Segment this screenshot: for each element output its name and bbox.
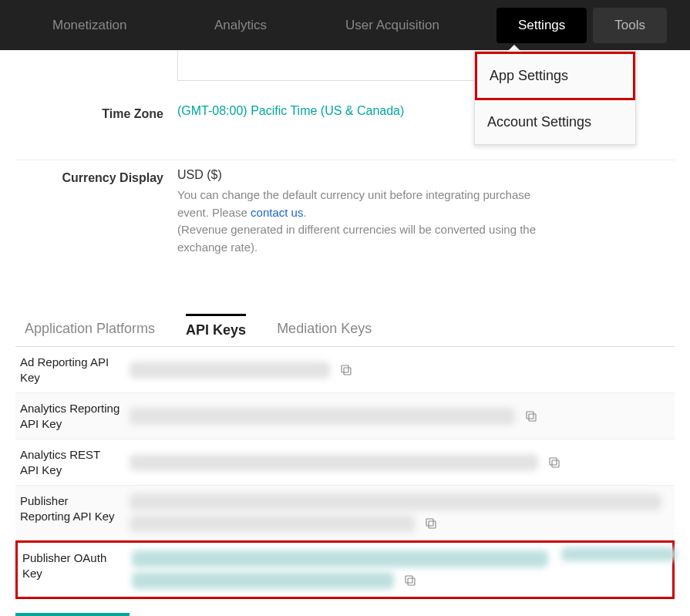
timezone-label: Time Zone bbox=[15, 104, 177, 121]
dropdown-app-settings[interactable]: App Settings bbox=[475, 52, 635, 100]
key-label: Analytics REST API Key bbox=[20, 447, 120, 477]
svg-rect-1 bbox=[342, 365, 348, 372]
key-value-redacted bbox=[130, 493, 661, 510]
currency-desc-text-1: You can change the default currency unit… bbox=[177, 188, 530, 219]
dropdown-account-settings[interactable]: Account Settings bbox=[475, 100, 635, 144]
svg-rect-9 bbox=[406, 576, 412, 583]
svg-rect-8 bbox=[408, 578, 415, 585]
tab-application-platforms[interactable]: Application Platforms bbox=[25, 315, 155, 346]
nav-user-acquisition[interactable]: User Acquisition bbox=[324, 0, 461, 50]
nav-tools[interactable]: Tools bbox=[593, 8, 667, 43]
tab-mediation-keys[interactable]: Mediation Keys bbox=[277, 315, 372, 346]
key-row-analytics-rest: Analytics REST API Key bbox=[15, 439, 675, 486]
svg-rect-2 bbox=[529, 414, 536, 421]
copy-icon[interactable] bbox=[524, 409, 538, 423]
currency-description: You can change the default currency unit… bbox=[177, 187, 547, 256]
nav-settings[interactable]: Settings bbox=[496, 8, 587, 43]
tabs: Application Platforms API Keys Mediation… bbox=[15, 315, 675, 347]
copy-icon[interactable] bbox=[339, 363, 353, 377]
svg-rect-5 bbox=[550, 458, 557, 465]
key-value-redacted bbox=[132, 572, 394, 589]
key-value-redacted bbox=[130, 362, 330, 379]
key-label: Publisher OAuth Key bbox=[22, 550, 123, 581]
svg-rect-4 bbox=[552, 460, 559, 467]
key-label: Publisher Reporting API Key bbox=[20, 493, 120, 523]
key-row-publisher-reporting: Publisher Reporting API Key bbox=[15, 486, 675, 540]
key-value-redacted bbox=[130, 408, 515, 425]
key-value-redacted bbox=[130, 515, 415, 532]
key-value-redacted-overflow bbox=[561, 547, 677, 561]
currency-desc-text-2: (Revenue generated in different currenci… bbox=[177, 223, 536, 254]
blank-label bbox=[15, 50, 177, 53]
tab-api-keys[interactable]: API Keys bbox=[186, 314, 246, 346]
save-button[interactable]: Save bbox=[15, 613, 130, 616]
key-row-publisher-oauth: Publisher OAuth Key bbox=[15, 540, 675, 599]
nav-analytics[interactable]: Analytics bbox=[193, 0, 288, 50]
top-nav: Monetization Analytics User Acquisition … bbox=[0, 0, 690, 50]
nav-monetization[interactable]: Monetization bbox=[31, 0, 148, 50]
currency-block: USD ($) You can change the default curre… bbox=[177, 168, 675, 256]
copy-icon[interactable] bbox=[424, 517, 438, 530]
key-label: Ad Reporting API Key bbox=[20, 355, 120, 385]
contact-us-link[interactable]: contact us bbox=[251, 206, 303, 219]
currency-value: USD ($) bbox=[177, 168, 675, 182]
svg-rect-3 bbox=[527, 412, 533, 419]
api-keys-list: Ad Reporting API Key Analytics Reporting… bbox=[15, 347, 675, 599]
key-value-redacted bbox=[132, 550, 548, 567]
settings-dropdown: App Settings Account Settings bbox=[474, 51, 636, 145]
svg-rect-6 bbox=[429, 521, 436, 528]
svg-rect-7 bbox=[426, 519, 433, 526]
copy-icon[interactable] bbox=[403, 574, 417, 587]
copy-icon[interactable] bbox=[547, 456, 561, 470]
key-row-analytics-reporting: Analytics Reporting API Key bbox=[15, 393, 675, 439]
svg-rect-0 bbox=[344, 368, 351, 375]
currency-desc-dot: . bbox=[303, 206, 306, 219]
key-value-redacted bbox=[130, 454, 538, 471]
key-label: Analytics Reporting API Key bbox=[20, 401, 120, 431]
key-row-ad-reporting: Ad Reporting API Key bbox=[15, 347, 675, 393]
currency-label: Currency Display bbox=[15, 168, 177, 185]
